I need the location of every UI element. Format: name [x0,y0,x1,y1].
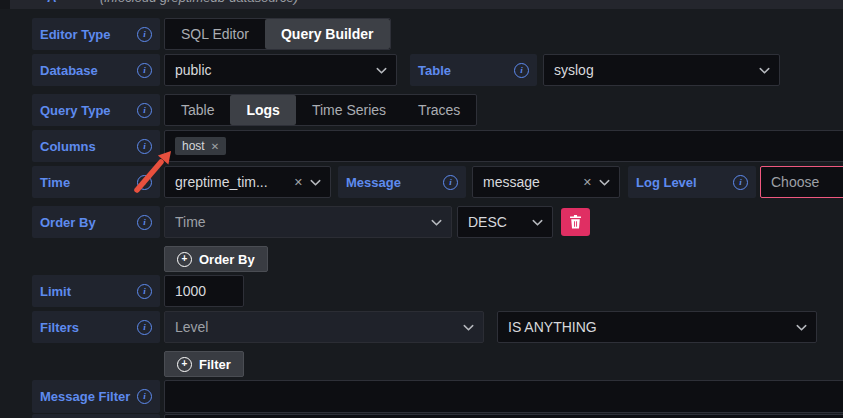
info-icon[interactable] [137,389,152,404]
info-icon[interactable] [137,284,152,299]
database-label-box: Database [32,54,160,86]
limit-input[interactable] [164,275,244,307]
message-column-select[interactable]: message [472,166,620,198]
tab-table[interactable]: Table [165,95,230,125]
time-column-value: greptime_tim... [165,174,294,190]
datasource-name: (infocloud greptimedb-datasource) [100,0,298,8]
columns-label: Columns [40,139,96,154]
partial-next-label-box [32,414,160,418]
chevron-down-icon [757,63,772,78]
message-filter-label-box: Message Filter [32,380,160,413]
chevron-down-icon [461,320,476,335]
chevron-down-icon [429,215,444,230]
add-filter-label: Filter [199,357,231,372]
info-icon[interactable] [733,175,748,190]
add-order-by-label: Order By [199,252,255,267]
tab-query-builder[interactable]: Query Builder [265,19,390,49]
info-icon[interactable] [137,103,152,118]
limit-label: Limit [40,284,71,299]
log-level-select[interactable]: Choose [760,166,843,198]
order-by-column-placeholder: Time [165,214,429,230]
order-by-direction-select[interactable]: DESC [457,206,553,238]
add-order-by-button[interactable]: Order By [164,246,268,272]
query-type-group: Table Logs Time Series Traces [164,94,477,126]
table-select[interactable]: syslog [543,54,780,86]
info-icon[interactable] [443,175,458,190]
query-row-header: A (infocloud greptimedb-datasource) [0,0,843,9]
message-label-box: Message [338,166,466,198]
table-label-box: Table [410,54,537,86]
column-tag-label: host [182,139,205,153]
filter-operator-value: IS ANYTHING [498,319,794,335]
order-by-direction-value: DESC [458,214,530,230]
table-value: syslog [544,62,757,78]
filter-operator-select[interactable]: IS ANYTHING [497,311,817,343]
database-value: public [165,62,374,78]
filter-column-select[interactable]: Level [164,311,484,343]
filter-column-placeholder: Level [165,319,461,335]
chevron-down-icon [530,215,545,230]
time-column-select[interactable]: greptime_tim... [164,166,331,198]
time-label: Time [40,175,70,190]
columns-label-box: Columns [32,130,160,162]
tab-time-series[interactable]: Time Series [296,95,402,125]
order-by-label: Order By [40,215,96,230]
order-by-column-select[interactable]: Time [164,206,452,238]
filters-label-box: Filters [32,311,160,343]
plus-circle-icon [177,252,192,267]
filters-label: Filters [40,320,79,335]
delete-order-by-button[interactable] [561,208,590,236]
editor-type-label-box: Editor Type [32,18,160,50]
log-level-label: Log Level [636,175,697,190]
chevron-down-icon [308,175,323,190]
tab-traces[interactable]: Traces [402,95,476,125]
clear-icon[interactable] [583,176,592,189]
info-icon[interactable] [137,215,152,230]
message-filter-input[interactable] [164,380,843,413]
info-icon[interactable] [137,175,152,190]
add-filter-button[interactable]: Filter [164,351,244,377]
order-by-label-box: Order By [32,206,160,238]
clear-icon[interactable] [294,176,303,189]
editor-type-group: SQL Editor Query Builder [164,18,391,50]
partial-next-field [164,414,843,418]
query-type-label: Query Type [40,103,111,118]
message-label: Message [346,175,401,190]
query-type-label-box: Query Type [32,94,160,126]
database-select[interactable]: public [164,54,397,86]
tab-sql-editor[interactable]: SQL Editor [165,19,265,49]
limit-label-box: Limit [32,275,160,307]
info-icon[interactable] [514,63,529,78]
tab-logs[interactable]: Logs [230,95,295,125]
remove-column-icon[interactable] [211,141,219,152]
info-icon[interactable] [137,320,152,335]
message-column-value: message [473,174,583,190]
log-level-label-box: Log Level [628,166,756,198]
info-icon[interactable] [137,27,152,42]
time-label-box: Time [32,166,160,198]
chevron-down-icon [794,320,809,335]
header-notch [0,0,10,9]
info-icon[interactable] [137,63,152,78]
columns-multiselect[interactable]: host [164,130,843,162]
info-icon[interactable] [137,139,152,154]
plus-circle-icon [177,357,192,372]
chevron-down-icon [374,63,389,78]
editor-type-label: Editor Type [40,27,111,42]
log-level-placeholder: Choose [761,174,843,190]
message-filter-label: Message Filter [40,389,130,404]
database-label: Database [40,63,98,78]
column-tag-host: host [175,137,226,155]
query-ref-id: A [47,0,56,8]
chevron-down-icon [597,175,612,190]
table-label: Table [418,63,451,78]
trash-icon [569,215,582,229]
